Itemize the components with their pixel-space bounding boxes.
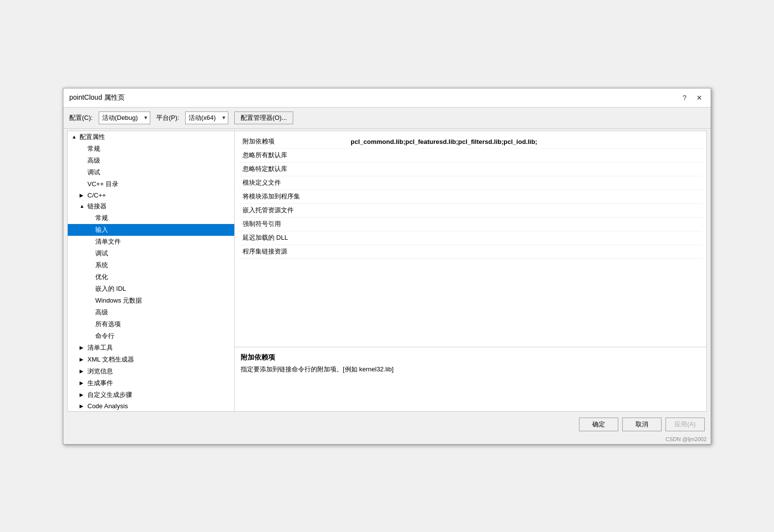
tree-item-XML文档生成器[interactable]: ▶ XML 文档生成器	[68, 354, 234, 365]
tree-label-XML文档生成器: XML 文档生成器	[87, 355, 134, 364]
tree-item-清单工具[interactable]: ▶ 清单工具	[68, 342, 234, 354]
tree-item-高级2[interactable]: 高级	[68, 307, 234, 318]
prop-label-嵌入托管资源文件: 嵌入托管资源文件	[243, 206, 351, 215]
footer: 确定 取消 应用(A)	[63, 414, 711, 435]
tree-item-所有选项[interactable]: 所有选项	[68, 318, 234, 330]
title-bar: pointCloud 属性页 ? ✕	[63, 88, 711, 108]
prop-row-将模块添加到程序集[interactable]: 将模块添加到程序集	[239, 190, 702, 204]
tree-item-嵌入的IDL[interactable]: 嵌入的 IDL	[68, 283, 234, 295]
help-button[interactable]: ?	[679, 92, 690, 103]
tree-arrow-C/C++: ▶	[80, 193, 87, 198]
prop-label-程序集链接资源: 程序集链接资源	[243, 247, 351, 256]
prop-row-附加依赖项[interactable]: 附加依赖项 pcl_commond.lib;pcl_featuresd.lib;…	[239, 135, 702, 149]
config-select-wrapper[interactable]: 活动(Debug) ▼	[99, 112, 150, 124]
tree-item-高级[interactable]: 高级	[68, 155, 234, 167]
prop-label-将模块添加到程序集: 将模块添加到程序集	[243, 192, 351, 201]
platform-select-wrapper[interactable]: 活动(x64) ▼	[185, 112, 228, 124]
tree-item-CodeAnalysis[interactable]: ▶ Code Analysis	[68, 401, 234, 411]
tree-label-常规: 常规	[87, 144, 100, 153]
tree-label-生成事件: 生成事件	[87, 379, 113, 388]
tree-item-VC++目录[interactable]: VC++ 目录	[68, 178, 234, 190]
config-select[interactable]: 活动(Debug)	[99, 112, 150, 124]
tree-item-C/C++[interactable]: ▶ C/C++	[68, 190, 234, 200]
tree-item-调试[interactable]: 调试	[68, 167, 234, 178]
close-button[interactable]: ✕	[694, 92, 705, 103]
tree-label-所有选项: 所有选项	[95, 320, 121, 329]
tree-arrow-生成事件: ▶	[80, 380, 87, 386]
tree-arrow-浏览信息: ▶	[80, 368, 87, 374]
right-panel: 附加依赖项 pcl_commond.lib;pcl_featuresd.lib;…	[235, 131, 706, 411]
tree-label-C/C++: C/C++	[87, 192, 106, 199]
tree-item-配置属性[interactable]: ▲ 配置属性	[68, 131, 234, 143]
tree-label-Windows元数据: Windows 元数据	[95, 296, 142, 305]
prop-label-忽略所有默认库: 忽略所有默认库	[243, 151, 351, 160]
left-panel: ▲ 配置属性 常规 高级 调试 VC++ 目录 ▶ C/C++	[68, 131, 235, 411]
prop-label-附加依赖项: 附加依赖项	[243, 137, 351, 146]
window-title: pointCloud 属性页	[69, 93, 125, 102]
tree-item-常规[interactable]: 常规	[68, 143, 234, 155]
bottom-description: 指定要添加到链接命令行的附加项。[例如 kernel32.lib]	[241, 365, 700, 374]
tree-label-调试2: 调试	[95, 249, 108, 258]
prop-label-模块定义文件: 模块定义文件	[243, 178, 351, 187]
prop-row-程序集链接资源[interactable]: 程序集链接资源	[239, 245, 702, 259]
tree-item-清单文件[interactable]: 清单文件	[68, 236, 234, 248]
tree-label-清单工具: 清单工具	[87, 343, 113, 352]
tree-item-优化[interactable]: 优化	[68, 271, 234, 283]
tree-item-浏览信息[interactable]: ▶ 浏览信息	[68, 365, 234, 377]
tree-label-配置属性: 配置属性	[80, 133, 105, 141]
prop-label-强制符号引用: 强制符号引用	[243, 220, 351, 228]
ok-button[interactable]: 确定	[579, 418, 618, 431]
tree-item-命令行[interactable]: 命令行	[68, 330, 234, 342]
tree-label-VC++目录: VC++ 目录	[87, 180, 118, 189]
tree-label-清单文件: 清单文件	[95, 237, 121, 246]
tree-arrow-CodeAnalysis: ▶	[80, 403, 87, 409]
tree-label-CodeAnalysis: Code Analysis	[87, 402, 128, 410]
prop-row-延迟加载的DLL[interactable]: 延迟加载的 DLL	[239, 231, 702, 245]
property-list: 附加依赖项 pcl_commond.lib;pcl_featuresd.lib;…	[235, 131, 706, 347]
tree-label-自定义生成步骤: 自定义生成步骤	[87, 391, 132, 399]
tree-label-调试: 调试	[87, 168, 100, 177]
tree-label-浏览信息: 浏览信息	[87, 367, 113, 376]
tree-item-自定义生成步骤[interactable]: ▶ 自定义生成步骤	[68, 389, 234, 401]
prop-label-忽略特定默认库: 忽略特定默认库	[243, 165, 351, 173]
prop-label-延迟加载的DLL: 延迟加载的 DLL	[243, 233, 351, 242]
config-label: 配置(C):	[69, 113, 93, 122]
tree-arrow-XML文档生成器: ▶	[80, 357, 87, 362]
tree-arrow-配置属性: ▲	[72, 134, 80, 140]
tree-label-输入: 输入	[95, 225, 108, 234]
tree-label-链接器: 链接器	[87, 202, 107, 211]
prop-row-忽略所有默认库[interactable]: 忽略所有默认库	[239, 149, 702, 163]
properties-dialog: pointCloud 属性页 ? ✕ 配置(C): 活动(Debug) ▼ 平台…	[63, 88, 711, 445]
cancel-button[interactable]: 取消	[622, 418, 662, 431]
apply-button[interactable]: 应用(A)	[665, 418, 705, 431]
tree-item-系统[interactable]: 系统	[68, 259, 234, 271]
tree-label-高级2: 高级	[95, 308, 108, 317]
tree-item-调试2[interactable]: 调试	[68, 248, 234, 259]
prop-row-嵌入托管资源文件[interactable]: 嵌入托管资源文件	[239, 204, 702, 218]
title-bar-controls: ? ✕	[679, 92, 705, 103]
tree-item-链接器[interactable]: ▲ 链接器	[68, 200, 234, 212]
watermark: CSDN @ljm2002	[63, 435, 711, 444]
manager-button[interactable]: 配置管理器(O)...	[234, 112, 294, 124]
tree-item-生成事件[interactable]: ▶ 生成事件	[68, 377, 234, 389]
toolbar: 配置(C): 活动(Debug) ▼ 平台(P): 活动(x64) ▼ 配置管理…	[63, 108, 711, 129]
platform-label: 平台(P):	[156, 113, 179, 122]
tree-label-嵌入的IDL: 嵌入的 IDL	[95, 284, 126, 293]
tree-label-高级: 高级	[87, 156, 100, 165]
tree-item-输入[interactable]: 输入	[68, 224, 234, 236]
bottom-description-panel: 附加依赖项 指定要添加到链接命令行的附加项。[例如 kernel32.lib]	[235, 347, 706, 411]
tree-label-命令行: 命令行	[95, 332, 114, 340]
tree-arrow-自定义生成步骤: ▶	[80, 392, 87, 397]
tree-item-Windows元数据[interactable]: Windows 元数据	[68, 295, 234, 307]
prop-row-模块定义文件[interactable]: 模块定义文件	[239, 176, 702, 190]
prop-row-强制符号引用[interactable]: 强制符号引用	[239, 218, 702, 231]
tree-arrow-链接器: ▲	[80, 203, 87, 209]
tree-item-常规2[interactable]: 常规	[68, 212, 234, 224]
platform-select[interactable]: 活动(x64)	[185, 112, 228, 124]
bottom-title: 附加依赖项	[241, 353, 700, 362]
tree-arrow-清单工具: ▶	[80, 345, 87, 350]
tree-label-优化: 优化	[95, 273, 108, 281]
main-content: ▲ 配置属性 常规 高级 调试 VC++ 目录 ▶ C/C++	[67, 131, 707, 412]
tree-label-常规2: 常规	[95, 214, 108, 223]
prop-row-忽略特定默认库[interactable]: 忽略特定默认库	[239, 163, 702, 176]
